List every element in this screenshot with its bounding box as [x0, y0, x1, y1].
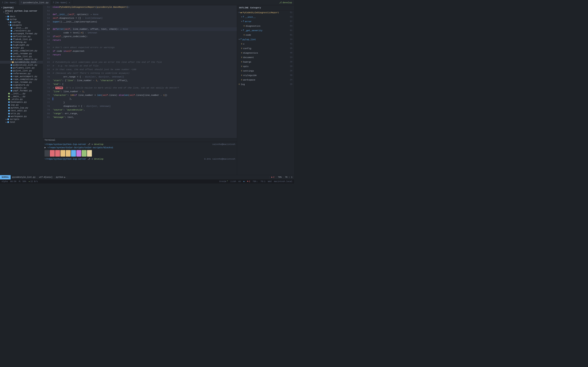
outline-item[interactable]: ▼ f_get_severity91	[237, 28, 294, 33]
terminal-content[interactable]: ~/repo/syntax/python-lsp-server ⎇ ᚐ deve…	[43, 142, 237, 175]
tab-1[interactable]: 1 [No Name]	[0, 0, 18, 5]
sidebar-item-flake8[interactable]: flake8_lint.py	[0, 38, 43, 41]
sidebar-item-signature[interactable]: signature.py	[0, 83, 43, 86]
sidebar-item-pylint[interactable]: pylint_lint.py	[0, 69, 43, 72]
sidebar-item-jedi-completion-label: jedi_completion.py	[13, 50, 37, 52]
sidebar-item-autopep8[interactable]: autopep8_format.py	[0, 32, 43, 35]
outline-item[interactable]: cdiagnostics46	[237, 51, 294, 55]
sidebar-item-utils[interactable]: _utils.py	[0, 98, 43, 101]
sidebar-item-scripts[interactable]: ▶ scripts	[0, 118, 43, 121]
bb-network-label: 22 B/s	[30, 180, 38, 183]
sidebar-item-rope-completion[interactable]: rope_completion.py	[0, 78, 43, 81]
branch-icon: ⎇	[279, 1, 282, 4]
sidebar-item-pylsp-init[interactable]: __init__.py	[0, 92, 43, 95]
outline-item[interactable]: cstyleguide39	[237, 73, 294, 78]
sidebar-item-rope-autoimport[interactable]: rope_autoimport.py	[0, 75, 43, 78]
tab-2[interactable]: 2 pycodestyle_lint.py	[18, 0, 51, 5]
outline-line-ref: 39	[290, 74, 292, 77]
outline-line-ref: 38	[290, 60, 292, 64]
editor-content[interactable]: 5152535455565758596061626364656667686970…	[43, 5, 237, 138]
outline-label: document	[243, 56, 254, 59]
main-content: ▼ [BUFFER] ▼ [FILE] python-lsp-server ~/…	[0, 5, 294, 175]
sidebar-item-folding-label: folding.py	[13, 41, 26, 43]
sidebar-item-test[interactable]: ▶ test	[0, 121, 43, 124]
sidebar-item-plugins[interactable]: ▼ plugins	[0, 24, 43, 26]
bb-line-col: 76:1	[260, 180, 265, 183]
outline-line-ref: 29	[290, 65, 292, 68]
outline-item[interactable]: cc41	[237, 42, 294, 46]
tab-3-close-icon[interactable]: ✕	[69, 1, 70, 4]
sidebar-item-pylsp-main[interactable]: __main__.py	[0, 95, 43, 98]
sidebar-item-text-edit[interactable]: text_edit.py	[0, 109, 43, 112]
bb-star: *	[227, 180, 228, 183]
status-position-label: 76 : 1	[285, 176, 292, 178]
sidebar-item-mccabe[interactable]: mccabe_lint.py	[0, 55, 43, 58]
outline-line-ref: 25	[290, 47, 292, 50]
outline-item[interactable]: cdocument24	[237, 55, 294, 60]
sidebar-item-python-lsp[interactable]: python_lsp.py	[0, 106, 43, 109]
sidebar-item-highlight[interactable]: highlight.py	[0, 44, 43, 47]
sidebar: ▼ [BUFFER] ▼ [FILE] python-lsp-server ~/…	[0, 5, 43, 175]
color-block	[82, 150, 86, 157]
term-timing: 0.04s sainnhe@macintosh	[204, 157, 235, 161]
outline-item[interactable]: ckwargs38	[237, 60, 294, 64]
sidebar-item-pylsp[interactable]: ▼ pylsp	[0, 18, 43, 21]
bb-time-label: 08:50	[10, 180, 16, 183]
sidebar-item-definition[interactable]: definition.py	[0, 35, 43, 38]
outline-item[interactable]: cconfig25	[237, 46, 294, 51]
sidebar-item-jedi-completion[interactable]: jedi_completion.py	[0, 49, 43, 52]
status-mode: NORMAL	[0, 175, 11, 179]
sidebar-item-config-label: config	[12, 21, 20, 24]
outline-label: error	[245, 20, 251, 24]
sidebar-item-lsp[interactable]: lsp.py	[0, 104, 43, 106]
sidebar-item-jedi-rename[interactable]: jedi_rename.py	[0, 52, 43, 55]
sidebar-item-resolvers[interactable]: _resolvers.py	[0, 29, 43, 32]
sidebar-item-uris[interactable]: uris.py	[0, 112, 43, 115]
sidebar-item-pyflakes[interactable]: pyflakes_lint.py	[0, 67, 43, 69]
outline-item[interactable]: ▼ fpylsp_lint24	[237, 37, 294, 42]
sidebar-item-rope-rename[interactable]: rope_rename.py	[0, 81, 43, 83]
sidebar-item-test-label: test	[10, 121, 15, 123]
sidebar-item-init-py[interactable]: __init__.py	[0, 26, 43, 29]
outline-item[interactable]: ccode91	[237, 33, 294, 37]
bb-day-label: Wed	[268, 180, 272, 183]
rope-autoimport-icon	[11, 76, 12, 77]
outline-label: PyCodeStyleDiagnosticReport	[242, 11, 279, 15]
const-icon: c	[241, 47, 242, 50]
outline-item[interactable]: ▼ f__init__53	[237, 15, 294, 19]
sidebar-item-hookspecs[interactable]: hookspecs.py	[0, 101, 43, 104]
outline-item[interactable]: copts29	[237, 64, 294, 69]
sidebar-item-config[interactable]: ▶ config	[0, 21, 43, 24]
sidebar-item-pycodestyle[interactable]: 2 pycodestyle_lint.	[0, 61, 43, 64]
status-bar: NORMAL pycodestyle_lint.py utf-8[unix] p…	[0, 175, 294, 179]
sidebar-item-hover[interactable]: hover.py	[0, 47, 43, 49]
outline-line-ref: 46	[290, 51, 292, 55]
outline-item[interactable]: ▼ ◆PyCodeStyleDiagnosticReport51	[237, 10, 294, 15]
outline-item[interactable]: cworkspace24	[237, 78, 294, 82]
terminal-line-3: ~/repo/syntax/python-lsp-server ⎇ ᚐ deve…	[44, 157, 235, 161]
bb-hostname: macintosh.local	[274, 180, 292, 183]
sidebar-file[interactable]: ▼ [FILE] python-lsp-server ~/r	[0, 9, 43, 15]
sidebar-buffer[interactable]: ▼ [BUFFER]	[0, 6, 43, 9]
sidebar-item-symbols[interactable]: symbols.py	[0, 86, 43, 89]
outline-item[interactable]: ▼ ferror57	[237, 19, 294, 24]
bb-zsh-num: 1	[231, 180, 232, 183]
sidebar-item-preload[interactable]: preload_imports.py	[0, 58, 43, 61]
sidebar-item-references[interactable]: references.py	[0, 72, 43, 75]
outline-item[interactable]: clog20	[237, 82, 294, 87]
outline-item[interactable]: cdiagnostics54	[237, 24, 294, 28]
sidebar-item-preload-label: preload_imports.py	[13, 58, 37, 60]
sidebar-item-yapf[interactable]: yapf_format.py	[0, 89, 43, 92]
sidebar-item-plugins-label: plugins	[12, 24, 22, 26]
sidebar-item-docs[interactable]: ▶ docs	[0, 15, 43, 18]
status-percent-label: 79%	[278, 176, 282, 178]
sidebar-item-folding[interactable]: folding.py	[0, 41, 43, 44]
sidebar-item-pydocstyle[interactable]: pydocstyle_lint.py	[0, 64, 43, 67]
sidebar-item-scripts-label: scripts	[10, 118, 19, 120]
preload-icon	[11, 58, 12, 60]
sidebar-item-rope-rename-label: rope_rename.py	[13, 81, 32, 83]
tab-3[interactable]: 3 [No Name] ✕	[51, 0, 72, 5]
outline-item[interactable]: csettings26	[237, 69, 294, 73]
sidebar-item-workspace[interactable]: workspace.py	[0, 115, 43, 118]
sidebar-item-jedi-rename-label: jedi_rename.py	[13, 52, 32, 55]
